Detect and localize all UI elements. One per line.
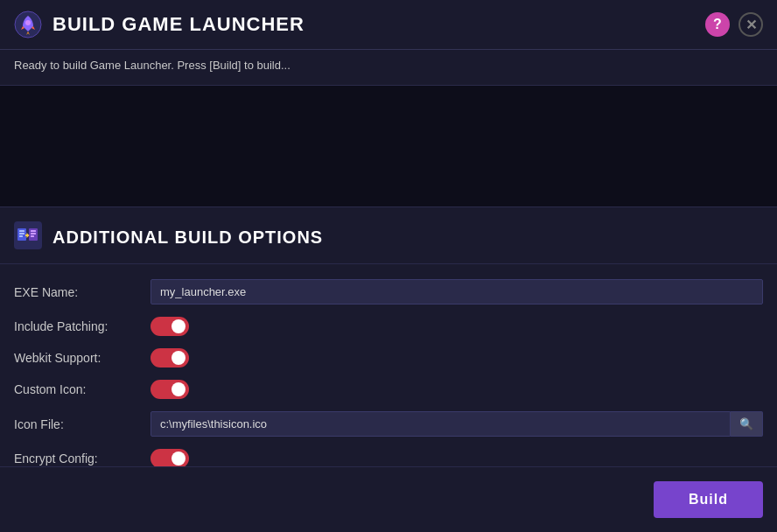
svg-rect-8	[31, 230, 36, 232]
exe-name-input[interactable]	[150, 279, 763, 304]
webkit-support-toggle-wrapper	[150, 348, 763, 368]
encrypt-config-toggle[interactable]	[150, 449, 189, 468]
webkit-support-row: Webkit Support:	[14, 342, 763, 374]
include-patching-row: Include Patching:	[14, 311, 763, 342]
title-bar-right: ? ✕	[705, 12, 763, 37]
custom-icon-label: Custom Icon:	[14, 382, 136, 396]
svg-rect-10	[31, 235, 34, 237]
rocket-icon	[14, 10, 42, 38]
webkit-support-slider	[150, 348, 189, 368]
help-button[interactable]: ?	[705, 12, 730, 37]
build-button[interactable]: Build	[654, 481, 763, 518]
browse-icon: 🔍	[739, 417, 753, 430]
encrypt-config-label: Encrypt Config:	[14, 452, 136, 466]
exe-name-input-wrapper	[150, 279, 763, 304]
title-bar-left: BUILD GAME LAUNCHER	[14, 10, 304, 38]
encrypt-config-toggle-wrapper	[150, 449, 763, 468]
section-header: ADDITIONAL BUILD OPTIONS	[0, 207, 777, 264]
svg-rect-4	[19, 230, 24, 232]
svg-point-1	[25, 20, 31, 25]
icon-file-label: Icon File:	[14, 417, 136, 431]
custom-icon-toggle[interactable]	[150, 380, 189, 399]
section-icon	[14, 221, 42, 253]
icon-file-browse-button[interactable]: 🔍	[731, 411, 763, 437]
svg-rect-6	[19, 235, 23, 237]
include-patching-toggle-wrapper	[150, 317, 763, 336]
svg-rect-9	[31, 233, 36, 234]
exe-name-row: EXE Name:	[14, 273, 763, 311]
close-button[interactable]: ✕	[738, 12, 763, 37]
icon-file-input-wrapper: 🔍	[150, 411, 763, 437]
webkit-support-label: Webkit Support:	[14, 351, 136, 365]
window-title: BUILD GAME LAUNCHER	[52, 13, 304, 36]
custom-icon-toggle-wrapper	[150, 380, 763, 399]
status-text: Ready to build Game Launcher. Press [Bui…	[14, 59, 290, 72]
build-output	[0, 85, 777, 207]
encrypt-config-slider	[150, 449, 189, 468]
footer: Build	[0, 466, 777, 532]
exe-name-label: EXE Name:	[14, 285, 136, 299]
include-patching-slider	[150, 317, 189, 336]
include-patching-label: Include Patching:	[14, 319, 136, 333]
include-patching-toggle[interactable]	[150, 317, 189, 336]
custom-icon-slider	[150, 380, 189, 399]
status-bar: Ready to build Game Launcher. Press [Bui…	[0, 50, 777, 85]
webkit-support-toggle[interactable]	[150, 348, 189, 368]
icon-file-row: Icon File: 🔍	[14, 405, 763, 443]
section-title: ADDITIONAL BUILD OPTIONS	[52, 228, 323, 248]
icon-file-input[interactable]	[150, 411, 731, 437]
svg-rect-5	[19, 233, 24, 234]
custom-icon-row: Custom Icon:	[14, 374, 763, 405]
title-bar: BUILD GAME LAUNCHER ? ✕	[0, 0, 777, 50]
